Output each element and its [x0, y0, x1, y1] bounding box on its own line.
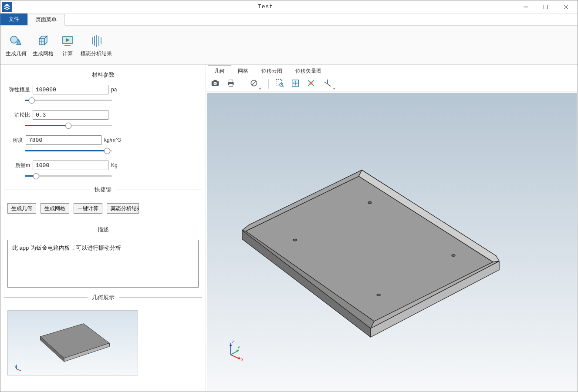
ribbon-item-label: 生成几何 — [6, 51, 27, 57]
svg-point-35 — [280, 83, 283, 86]
title-bar: Test — [0, 0, 578, 13]
tab-geometry[interactable]: 几何 — [208, 65, 231, 76]
app-icon — [2, 2, 12, 12]
svg-rect-31 — [229, 84, 233, 87]
shortcut-gen-geometry[interactable]: 生成几何 — [7, 203, 36, 214]
fit-view-icon — [291, 78, 300, 89]
compute-button[interactable]: 计算 — [57, 28, 78, 62]
svg-rect-38 — [310, 82, 312, 84]
poisson-label: 泊松比 — [7, 111, 30, 119]
axis-icon — [323, 78, 332, 89]
density-slider[interactable] — [25, 150, 112, 151]
main-area: 材料参数 弹性模量 pa 泊松比 密度 — [0, 65, 578, 392]
mass-label: 质量m — [7, 162, 30, 169]
mass-input[interactable] — [33, 161, 108, 170]
svg-rect-1 — [544, 5, 548, 9]
right-pane: 几何 网格 位移云图 位移矢量图 ▾ — [206, 65, 578, 392]
svg-line-33 — [252, 81, 256, 85]
mass-unit: Kg — [111, 162, 118, 168]
svg-line-22 — [17, 369, 21, 371]
elastic-label: 弹性模量 — [7, 86, 30, 94]
elastic-input[interactable] — [33, 85, 108, 94]
svg-text:y: y — [238, 345, 240, 349]
svg-rect-26 — [213, 80, 216, 82]
ribbon-tabs: 文件 页面菜单 — [0, 13, 578, 26]
ribbon-item-label: 模态分析结果 — [81, 51, 112, 57]
tab-displacement-cloud[interactable]: 位移云图 — [255, 65, 289, 76]
geometry-group: 几何展示 — [4, 294, 202, 375]
waves-icon — [89, 34, 104, 48]
3d-viewport[interactable]: z y x — [207, 93, 577, 391]
material-params-legend: 材料参数 — [88, 71, 119, 79]
geometry-preview[interactable] — [7, 310, 138, 375]
geometry-legend: 几何展示 — [88, 294, 119, 302]
svg-point-52 — [452, 255, 455, 256]
ribbon-item-label: 生成网格 — [33, 51, 54, 57]
chevron-down-icon: ▾ — [259, 87, 261, 90]
play-icon — [60, 34, 75, 48]
svg-point-4 — [10, 36, 17, 43]
svg-text:x: x — [241, 357, 243, 362]
svg-marker-42 — [246, 176, 493, 322]
description-legend: 描述 — [93, 226, 113, 234]
shapes-icon — [9, 34, 24, 48]
density-input[interactable] — [26, 135, 101, 145]
mass-slider[interactable] — [25, 175, 112, 177]
close-button[interactable] — [556, 1, 576, 13]
shortcut-gen-mesh[interactable]: 生成网格 — [41, 203, 69, 214]
tab-displacement-vector[interactable]: 位移矢量图 — [289, 65, 328, 76]
page-menu-tab[interactable]: 页面菜单 — [27, 14, 65, 26]
svg-text:z: z — [232, 339, 234, 344]
shortcut-compute[interactable]: 一键计算 — [74, 203, 102, 214]
material-params-group: 材料参数 弹性模量 pa 泊松比 密度 — [4, 71, 202, 180]
view-tabs: 几何 网格 位移云图 位移矢量图 — [206, 65, 578, 76]
svg-rect-30 — [229, 80, 233, 83]
ribbon-content: 生成几何 生成网格 计算 — [0, 26, 578, 65]
shortcuts-group: 快捷键 生成几何 生成网格 一键计算 莫态分析结果 — [4, 186, 202, 220]
elastic-slider[interactable] — [25, 99, 112, 101]
tab-mesh[interactable]: 网格 — [231, 65, 255, 76]
print-button[interactable] — [224, 77, 237, 90]
zoom-window-button[interactable] — [273, 77, 286, 90]
zoom-window-icon — [275, 78, 284, 89]
view-toolbar: ▾ — [206, 76, 578, 92]
shortcut-modal-results[interactable]: 莫态分析结果 — [107, 203, 139, 214]
minimize-button[interactable] — [516, 1, 536, 13]
shortcuts-legend: 快捷键 — [90, 186, 116, 194]
modal-results-button[interactable]: 模态分析结果 — [79, 28, 114, 62]
density-label: 密度 — [7, 137, 23, 144]
printer-icon — [226, 78, 236, 89]
generate-mesh-button[interactable]: 生成网格 — [30, 28, 56, 62]
poisson-input[interactable] — [33, 110, 108, 120]
zoom-selection-button[interactable] — [304, 77, 318, 90]
camera-button[interactable] — [209, 77, 222, 90]
axis-orientation-dropdown[interactable]: ▾ — [320, 77, 338, 90]
svg-point-28 — [214, 83, 216, 85]
ribbon-item-label: 计算 — [62, 51, 73, 57]
separator — [268, 79, 269, 89]
prohibit-icon — [250, 79, 258, 89]
cube-icon — [36, 34, 51, 48]
prohibit-dropdown[interactable]: ▾ — [247, 77, 264, 90]
fit-view-button[interactable] — [289, 77, 302, 90]
svg-rect-34 — [276, 80, 282, 85]
chevron-down-icon: ▾ — [333, 87, 335, 90]
svg-point-54 — [377, 294, 380, 296]
svg-line-40 — [324, 82, 328, 84]
description-group: 描述 此 app 为钣金电箱内板，可以进行振动分析 — [4, 226, 202, 288]
elastic-unit: pa — [111, 87, 117, 93]
generate-geometry-button[interactable]: 生成几何 — [3, 28, 29, 62]
maximize-button[interactable] — [536, 1, 556, 13]
separator — [242, 79, 242, 89]
file-tab[interactable]: 文件 — [0, 13, 27, 25]
left-panel: 材料参数 弹性模量 pa 泊松比 密度 — [0, 65, 206, 392]
svg-marker-19 — [41, 324, 110, 358]
svg-line-36 — [282, 86, 284, 87]
window-title: Test — [15, 3, 516, 10]
svg-point-51 — [368, 201, 372, 203]
zoom-selection-icon — [306, 78, 316, 89]
description-text: 此 app 为钣金电箱内板，可以进行振动分析 — [7, 240, 199, 288]
svg-line-41 — [328, 84, 331, 87]
poisson-slider[interactable] — [25, 124, 112, 126]
camera-icon — [210, 78, 220, 89]
